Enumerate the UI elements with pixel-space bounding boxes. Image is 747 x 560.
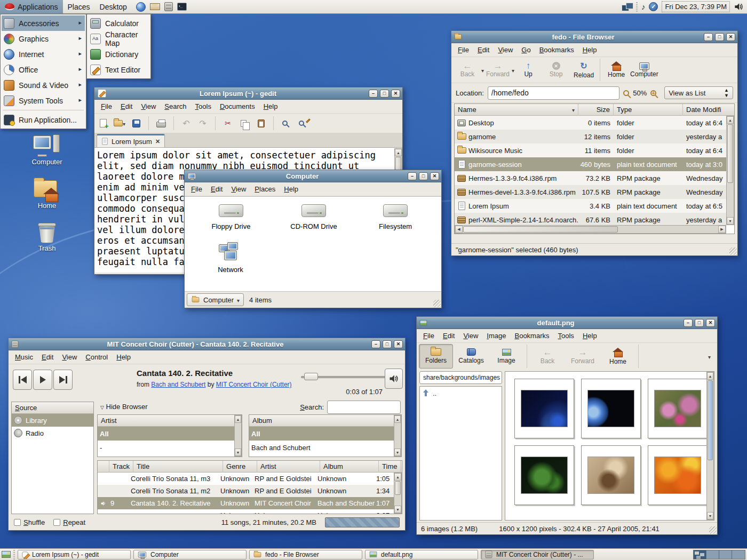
- resize-grip[interactable]: [729, 247, 737, 255]
- rhythmbox-titlebar[interactable]: MIT Concert Choir (Cutter) - Cantata 140…: [9, 338, 405, 350]
- task-button-gedit[interactable]: Lorem Ipsum (~) - gedit: [18, 550, 131, 559]
- artist-link[interactable]: MIT Concert Choir (Cutter): [216, 381, 292, 388]
- menu-bookmarks[interactable]: Bookmarks: [510, 330, 553, 342]
- workspace-4[interactable]: [732, 550, 745, 559]
- location-input[interactable]: /home/fedo: [488, 86, 620, 100]
- column-title[interactable]: Title: [133, 461, 223, 473]
- artist-pane-header[interactable]: Artist: [101, 417, 117, 425]
- menu-item-system-tools[interactable]: System Tools: [2, 93, 85, 108]
- back-button[interactable]: ←Back: [530, 344, 565, 369]
- web-browser-launcher-icon[interactable]: [136, 2, 146, 12]
- track-row[interactable]: Corelli Trio Sonata 11, m2UnknownRP and …: [98, 485, 394, 497]
- location-dropdown[interactable]: Computer: [187, 293, 244, 306]
- scroll-down-button[interactable]: [394, 506, 401, 513]
- scrollbar-thumb[interactable]: [708, 380, 713, 460]
- find-button[interactable]: [280, 116, 292, 130]
- computer-titlebar[interactable]: Computer: [185, 170, 441, 182]
- menu-item-calculator[interactable]: Calculator: [88, 15, 149, 31]
- new-document-button[interactable]: [97, 116, 109, 130]
- search-input[interactable]: [327, 401, 401, 414]
- menu-view[interactable]: View: [137, 100, 160, 113]
- path-input[interactable]: share/backgrounds/images: [419, 371, 502, 384]
- menu-tools[interactable]: Tools: [554, 330, 578, 342]
- resize-grip[interactable]: [709, 526, 717, 534]
- resize-grip[interactable]: [433, 300, 441, 307]
- zoom-in-icon[interactable]: [650, 90, 656, 96]
- artist-scrollbar[interactable]: [234, 415, 242, 457]
- tab-close-icon[interactable]: ✕: [155, 138, 160, 145]
- file-list-vertical-scrollbar[interactable]: [726, 116, 734, 225]
- menu-help[interactable]: Help: [259, 100, 282, 113]
- cut-button[interactable]: [221, 116, 234, 130]
- menu-item-office[interactable]: Office: [2, 62, 85, 77]
- maximize-button[interactable]: [419, 172, 428, 180]
- menu-tools[interactable]: Tools: [191, 100, 216, 113]
- maximize-button[interactable]: [383, 340, 392, 348]
- track-row[interactable]: UnknownUnknownUnknown0:27: [98, 509, 394, 514]
- zoom-out-icon[interactable]: [623, 90, 629, 96]
- applications-menu-button[interactable]: Applications: [0, 0, 63, 14]
- column-genre[interactable]: Genre: [223, 461, 257, 473]
- task-button-computer[interactable]: Computer: [133, 550, 247, 559]
- column-track[interactable]: Track: [109, 461, 133, 473]
- track-row-playing[interactable]: 9Cantata 140. 2. RecitativeUnknownMIT Co…: [98, 497, 394, 509]
- column-date[interactable]: Date Modifi: [683, 104, 726, 116]
- network-item[interactable]: Network: [206, 242, 255, 274]
- open-button[interactable]: [113, 116, 126, 130]
- close-button[interactable]: [726, 33, 735, 41]
- scrollbar-thumb[interactable]: [727, 124, 733, 183]
- minimize-button[interactable]: [408, 172, 417, 180]
- tab-lorem-ipsum[interactable]: Lorem Ipsum ✕: [97, 134, 165, 147]
- forward-button[interactable]: →Forward: [484, 58, 512, 82]
- menu-go[interactable]: Go: [517, 44, 535, 56]
- scroll-up-button[interactable]: [235, 415, 241, 423]
- minimize-button[interactable]: [371, 340, 380, 348]
- workspace-1[interactable]: [694, 550, 706, 559]
- menu-help[interactable]: Help: [578, 330, 601, 342]
- gedit-titlebar[interactable]: Lorem Ipsum (~) - gedit: [94, 87, 402, 100]
- slider-thumb[interactable]: [304, 373, 318, 380]
- scroll-left-button[interactable]: [455, 226, 463, 233]
- computer-button[interactable]: Computer: [630, 58, 658, 82]
- column-album[interactable]: Album: [320, 461, 379, 473]
- track-row[interactable]: Corelli Trio Sonata 11, m3UnknownRP and …: [98, 473, 394, 485]
- source-header[interactable]: Source: [15, 404, 37, 412]
- column-size[interactable]: Size: [578, 104, 614, 116]
- menu-view[interactable]: View: [459, 330, 482, 342]
- stop-button[interactable]: Stop: [542, 58, 570, 82]
- folders-button[interactable]: Folders: [419, 344, 453, 369]
- updates-tray-icon[interactable]: [649, 2, 658, 11]
- menu-search[interactable]: Search: [160, 100, 190, 113]
- screens-applet-icon[interactable]: [622, 3, 632, 11]
- file-row[interactable]: Lorem Ipsum3.4 KBplain text documenttoda…: [455, 199, 726, 213]
- up-button[interactable]: ↑Up: [514, 58, 542, 82]
- column-name[interactable]: Name: [455, 104, 578, 116]
- clock-applet[interactable]: Fri Dec 23, 7:39 PM: [662, 1, 730, 12]
- file-list-horizontal-scrollbar[interactable]: [455, 225, 726, 234]
- menu-image[interactable]: Image: [482, 330, 510, 342]
- music-tray-icon[interactable]: [641, 2, 646, 11]
- task-button-rhythmbox[interactable]: MIT Concert Choir (Cutter) - ...: [481, 550, 594, 559]
- print-button[interactable]: [155, 116, 168, 130]
- desktop-menu-button[interactable]: Desktop: [95, 0, 132, 14]
- menu-file[interactable]: File: [454, 44, 473, 56]
- forward-button[interactable]: →Forward: [566, 344, 600, 369]
- desktop-icon-home[interactable]: Home: [25, 178, 69, 210]
- thumbnail-scrollbar[interactable]: [706, 372, 714, 520]
- track-list-scrollbar[interactable]: [394, 473, 402, 514]
- file-row[interactable]: garnome12 itemsfolderyesterday a: [455, 130, 726, 143]
- artist-all[interactable]: All: [98, 427, 242, 441]
- scrollbar-thumb[interactable]: [463, 226, 618, 233]
- places-menu-button[interactable]: Places: [63, 0, 95, 14]
- menu-edit[interactable]: Edit: [439, 330, 459, 342]
- menu-view[interactable]: View: [227, 183, 250, 195]
- file-row[interactable]: perl-XML-Simple-2.14-1.fc4.noarch.rpm67.…: [455, 213, 726, 225]
- desktop-icon-computer[interactable]: Computer: [25, 134, 69, 166]
- thumbnail-leaves[interactable]: [514, 445, 574, 505]
- menu-item-character-map[interactable]: Character Map: [88, 31, 149, 46]
- gthumb-titlebar[interactable]: default.png: [417, 317, 717, 329]
- album-item[interactable]: Bach and Schubert: [249, 441, 401, 454]
- close-button[interactable]: [391, 90, 400, 98]
- file-row[interactable]: Hermes-devel-1.3.3-9.fc4.i386.rpm107.5 K…: [455, 185, 726, 199]
- artist-item[interactable]: -: [98, 441, 242, 454]
